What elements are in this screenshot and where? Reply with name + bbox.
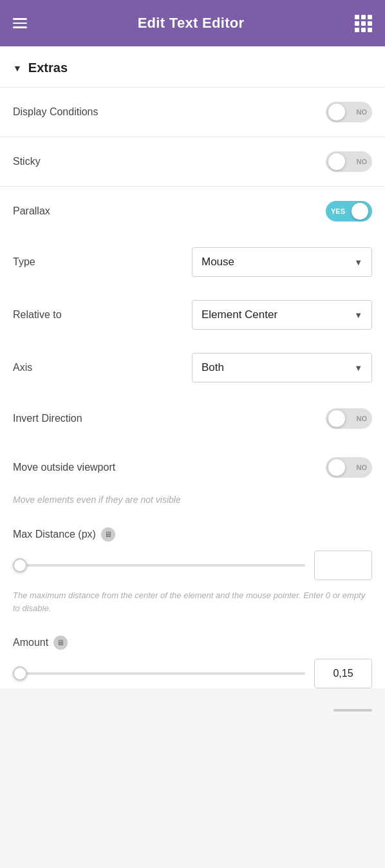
- type-select[interactable]: Mouse ▼: [192, 247, 372, 277]
- bottom-line: [333, 709, 372, 712]
- relative-to-select-arrow: ▼: [354, 310, 362, 320]
- type-select-wrapper: Mouse ▼: [192, 247, 372, 277]
- max-distance-thumb[interactable]: [13, 558, 27, 572]
- invert-direction-toggle-label: NO: [357, 415, 368, 422]
- invert-direction-row: Invert Direction NO: [0, 394, 385, 443]
- sticky-toggle[interactable]: NO: [326, 151, 372, 172]
- relative-to-row: Relative to Element Center ▼: [0, 288, 385, 341]
- axis-select-wrapper: Both ▼: [192, 353, 372, 382]
- move-outside-viewport-row: Move outside viewport NO: [0, 443, 385, 492]
- amount-label: Amount: [13, 637, 48, 648]
- relative-to-select-wrapper: Element Center ▼: [192, 300, 372, 330]
- page-title: Edit Text Editor: [138, 15, 245, 32]
- display-conditions-label: Display Conditions: [13, 106, 99, 118]
- relative-to-select[interactable]: Element Center ▼: [192, 300, 372, 330]
- max-distance-info-text: 🖥: [104, 530, 112, 539]
- parallax-row: Parallax YES: [0, 187, 385, 236]
- max-distance-label: Max Distance (px): [13, 529, 96, 540]
- max-distance-label-row: Max Distance (px) 🖥: [13, 517, 372, 551]
- display-conditions-row: Display Conditions NO: [0, 88, 385, 137]
- move-outside-viewport-toggle-thumb: [328, 459, 345, 476]
- parallax-label: Parallax: [13, 205, 50, 217]
- relative-to-label: Relative to: [13, 309, 62, 321]
- sticky-label: Sticky: [13, 156, 41, 167]
- amount-section: Amount 🖥: [0, 625, 385, 688]
- menu-icon[interactable]: [13, 18, 27, 28]
- amount-track: [13, 672, 305, 675]
- parallax-toggle[interactable]: YES: [326, 201, 372, 222]
- app-header: Edit Text Editor: [0, 0, 385, 46]
- type-select-arrow: ▼: [354, 258, 362, 267]
- axis-label: Axis: [13, 362, 32, 373]
- bottom-bar: [0, 697, 385, 723]
- section-title: Extras: [28, 61, 68, 75]
- amount-info-text: 🖥: [57, 638, 64, 647]
- invert-direction-toggle-thumb: [328, 410, 345, 427]
- max-distance-description: The maximum distance from the center of …: [13, 589, 372, 625]
- sticky-row: Sticky NO: [0, 137, 385, 186]
- move-outside-viewport-label: Move outside viewport: [13, 462, 115, 473]
- display-conditions-toggle-label: NO: [357, 108, 368, 116]
- sticky-toggle-label: NO: [357, 158, 368, 165]
- main-content: ▼ Extras Display Conditions NO Sticky NO…: [0, 46, 385, 688]
- grid-icon[interactable]: [355, 15, 372, 32]
- parallax-toggle-thumb: [352, 203, 368, 220]
- section-header: ▼ Extras: [0, 46, 385, 87]
- amount-slider-row: [13, 659, 372, 688]
- parallax-toggle-label: YES: [331, 207, 345, 215]
- max-distance-section: Max Distance (px) 🖥 The maximum distance…: [0, 517, 385, 625]
- type-select-value: Mouse: [202, 256, 234, 269]
- axis-select-value: Both: [202, 361, 224, 374]
- axis-select-arrow: ▼: [354, 363, 362, 373]
- amount-input[interactable]: [314, 659, 372, 688]
- type-label: Type: [13, 256, 35, 268]
- collapse-icon[interactable]: ▼: [13, 63, 22, 73]
- max-distance-input[interactable]: [314, 551, 372, 580]
- display-conditions-toggle-thumb: [328, 104, 345, 120]
- move-outside-viewport-toggle[interactable]: NO: [326, 457, 372, 478]
- max-distance-info-icon[interactable]: 🖥: [101, 527, 115, 542]
- amount-info-icon[interactable]: 🖥: [53, 636, 68, 650]
- amount-label-row: Amount 🖥: [13, 625, 372, 659]
- max-distance-track: [13, 564, 305, 567]
- type-row: Type Mouse ▼: [0, 236, 385, 288]
- invert-direction-toggle[interactable]: NO: [326, 408, 372, 429]
- relative-to-select-value: Element Center: [202, 308, 277, 321]
- axis-select[interactable]: Both ▼: [192, 353, 372, 382]
- amount-thumb[interactable]: [13, 666, 27, 681]
- move-outside-viewport-toggle-label: NO: [357, 464, 368, 471]
- display-conditions-toggle[interactable]: NO: [326, 102, 372, 122]
- max-distance-slider-row: [13, 551, 372, 580]
- invert-direction-label: Invert Direction: [13, 413, 82, 424]
- move-outside-viewport-hint: Move elements even if they are not visib…: [0, 492, 385, 517]
- sticky-toggle-thumb: [328, 153, 345, 170]
- axis-row: Axis Both ▼: [0, 341, 385, 394]
